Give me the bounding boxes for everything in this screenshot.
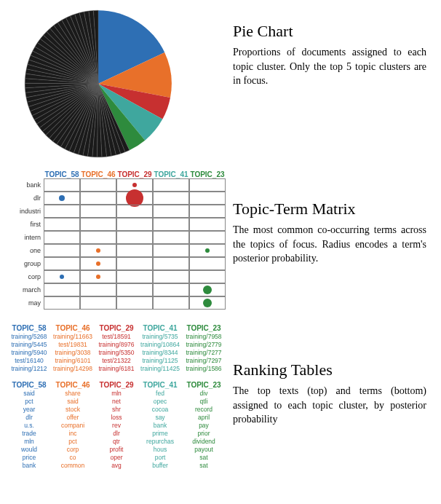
ranking-cell: avg	[95, 461, 138, 469]
ranking-cell: training/14298	[51, 364, 95, 372]
ranking-cell: pct	[7, 397, 51, 405]
ranking-cell: dlr	[7, 413, 51, 421]
matrix-cell	[153, 205, 189, 218]
matrix-cell	[153, 192, 189, 205]
matrix-row: march	[15, 283, 226, 296]
ranking-cell: repurchas	[138, 437, 182, 445]
ranking-cell: training/6101	[51, 356, 95, 364]
matrix-row-label: industri	[15, 208, 44, 215]
ranking-col-header: TOPIC_23	[182, 381, 226, 389]
ranking-cell: shr	[95, 405, 138, 413]
pie-chart	[0, 0, 233, 170]
matrix-body: bankdlrindustrifirstinternonegroupcorpma…	[15, 178, 226, 310]
matrix-row-label: bank	[15, 181, 44, 189]
ranking-cell: training/7297	[182, 356, 226, 364]
matrix-cell	[189, 218, 226, 231]
ranking-cell: buffer	[138, 461, 182, 469]
ranking-cell: trade	[7, 429, 51, 437]
ranking-col-header: TOPIC_23	[182, 324, 226, 332]
matrix-cell	[116, 205, 153, 218]
ranking-cell: oper	[95, 453, 138, 461]
matrix-cell	[80, 244, 116, 257]
matrix-cell	[80, 257, 116, 270]
matrix-col-TOPIC_41: TOPIC_41	[153, 170, 189, 178]
ranking-cell: training/2779	[182, 340, 226, 348]
matrix-cell	[153, 244, 189, 257]
matrix-cell	[80, 283, 116, 296]
ranking-cell: corp	[51, 445, 95, 453]
matrix-cell	[153, 178, 189, 192]
matrix-row-label: corp	[15, 273, 44, 280]
matrix-cell	[44, 205, 80, 218]
matrix-cell	[80, 178, 116, 192]
matrix-cell	[153, 218, 189, 231]
ranking-col-header: TOPIC_58	[7, 324, 51, 332]
matrix-row: intern	[15, 231, 226, 244]
ranking-cell: prior	[182, 429, 226, 437]
ranking-cell: training/5445	[7, 340, 51, 348]
pie-svg	[22, 7, 175, 160]
ranking-cell: would	[7, 445, 51, 453]
ranking-cell: say	[138, 413, 182, 421]
ranking-texts-body: training/5268training/5445training/5940t…	[7, 332, 226, 372]
ranking-cell: price	[7, 453, 51, 461]
matrix-cell	[80, 192, 116, 205]
matrix-cell	[116, 296, 153, 310]
matrix-row: first	[15, 218, 226, 231]
matrix-dot	[203, 299, 212, 307]
ranking-cell: fed	[138, 389, 182, 397]
ranking-cell: training/10864	[138, 340, 182, 348]
ranking-cell: pay	[182, 421, 226, 429]
ranking-col-header: TOPIC_46	[51, 324, 95, 332]
matrix-row-label: march	[15, 286, 44, 294]
ranking-col: fedopeccocoasaybankprimerepurchashouspor…	[138, 389, 182, 469]
ranking-cell: sat	[182, 461, 226, 469]
matrix-header: TOPIC_58TOPIC_46TOPIC_29TOPIC_41TOPIC_23	[44, 170, 226, 178]
ranking-cell: hous	[138, 445, 182, 453]
ranking-cell: dividend	[182, 437, 226, 445]
matrix-row-label: intern	[15, 234, 44, 241]
matrix-row: one	[15, 244, 226, 257]
ranking-terms-body: saidpctyeardlru.s.trademlnwouldpricebank…	[7, 389, 226, 469]
ranking-terms-header: TOPIC_58TOPIC_46TOPIC_29TOPIC_41TOPIC_23	[7, 381, 226, 389]
matrix-cell	[189, 205, 226, 218]
matrix-cell	[44, 231, 80, 244]
matrix-cell	[116, 257, 153, 270]
ranking-cell: prime	[138, 429, 182, 437]
matrix-cell	[116, 218, 153, 231]
ranking-cell: payout	[182, 445, 226, 453]
matrix-cell	[44, 244, 80, 257]
ranking-cell: profit	[95, 445, 138, 453]
ranking-cell: qtr	[95, 437, 138, 445]
ranking-cell: training/8976	[95, 340, 138, 348]
ranking-cell: compani	[51, 421, 95, 429]
ranking-cell: april	[182, 413, 226, 421]
ranking-cell: training/5350	[95, 348, 138, 356]
matrix-dot	[96, 248, 100, 253]
matrix-row: group	[15, 257, 226, 270]
ranking-col-header: TOPIC_46	[51, 381, 95, 389]
matrix-row-label: dlr	[15, 194, 44, 202]
matrix-cell	[189, 270, 226, 283]
ranking-cell: rev	[95, 421, 138, 429]
ranking-cell: training/5735	[138, 332, 182, 340]
matrix-cell	[44, 283, 80, 296]
ranking-col-header: TOPIC_58	[7, 381, 51, 389]
ranking-cell: mln	[7, 437, 51, 445]
ranking-desc: The top texts (top) and terms (bottom) a…	[233, 384, 426, 427]
ranking-cell: inc	[51, 429, 95, 437]
matrix-cell	[80, 218, 116, 231]
matrix-cell	[80, 231, 116, 244]
matrix-cell	[153, 270, 189, 283]
ranking-cell: u.s.	[7, 421, 51, 429]
matrix-col-TOPIC_23: TOPIC_23	[189, 170, 226, 178]
matrix-cell	[153, 283, 189, 296]
ranking-cell: test/19831	[51, 340, 95, 348]
ranking-cell: pct	[51, 437, 95, 445]
ranking-cell: qtli	[182, 397, 226, 405]
matrix-cell	[189, 283, 226, 296]
matrix-row: dlr	[15, 192, 226, 205]
ranking-col-header: TOPIC_41	[138, 324, 182, 332]
matrix-dot	[205, 248, 210, 253]
matrix-cell	[44, 192, 80, 205]
